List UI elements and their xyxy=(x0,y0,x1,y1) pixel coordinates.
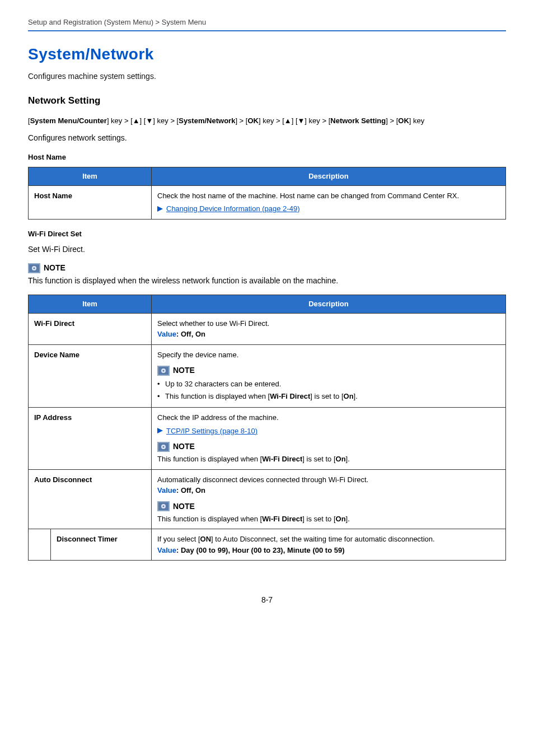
svg-point-3 xyxy=(34,267,35,269)
network-setting-desc: Configures network settings. xyxy=(28,132,506,144)
page-title: System/Network xyxy=(28,43,506,66)
disconnect-timer-desc-cell: If you select [ON] to Auto Disconnect, s… xyxy=(152,529,506,561)
note-label: NOTE xyxy=(44,262,65,274)
nav-path: [System Menu/Counter] key > [▲] [▼] key … xyxy=(28,115,506,127)
table-row: Wi-Fi Direct Select whether to use Wi-Fi… xyxy=(29,313,506,344)
note-header: NOTE xyxy=(28,262,506,274)
arrow-icon xyxy=(157,428,163,433)
disconnect-timer-item: Disconnect Timer xyxy=(51,529,152,561)
table-row: IP Address Check the IP address of the m… xyxy=(29,408,506,470)
col-item: Item xyxy=(29,295,152,314)
hostname-item: Host Name xyxy=(29,185,152,219)
wifi-direct-desc-cell: Select whether to use Wi-Fi Direct. Valu… xyxy=(152,313,506,344)
table-row: Device Name Specify the device name. xyxy=(29,344,506,408)
col-item: Item xyxy=(29,167,152,186)
col-desc: Description xyxy=(152,167,506,186)
note-icon xyxy=(28,263,40,273)
ip-address-item: IP Address xyxy=(29,408,152,470)
hostname-link[interactable]: Changing Device Information (page 2-49) xyxy=(166,203,299,214)
table-row: Disconnect Timer If you select [ON] to A… xyxy=(29,529,506,561)
ip-address-desc-cell: Check the IP address of the machine. TCP… xyxy=(152,408,506,470)
hostname-heading: Host Name xyxy=(28,152,506,163)
network-setting-heading: Network Setting xyxy=(28,94,506,108)
wifi-heading: Wi-Fi Direct Set xyxy=(28,228,506,240)
note-body: This function is displayed when the wire… xyxy=(28,275,506,287)
note-icon xyxy=(157,501,170,511)
table-row: Auto Disconnect Automatically disconnect… xyxy=(29,469,506,529)
intro-text: Configures machine system settings. xyxy=(28,71,506,82)
note-icon xyxy=(157,366,170,376)
page-number: 8-7 xyxy=(28,594,506,606)
arrow-icon xyxy=(157,206,163,212)
svg-point-11 xyxy=(163,446,165,447)
svg-point-7 xyxy=(163,370,165,371)
breadcrumb: Setup and Registration (System Menu) > S… xyxy=(28,17,506,31)
auto-disconnect-item: Auto Disconnect xyxy=(29,469,152,529)
col-desc: Description xyxy=(152,295,506,314)
auto-disconnect-desc-cell: Automatically disconnect devices connect… xyxy=(152,469,506,529)
svg-point-15 xyxy=(163,506,165,507)
wifi-desc: Set Wi-Fi Direct. xyxy=(28,244,506,255)
device-name-item: Device Name xyxy=(29,344,152,408)
hostname-desc-cell: Check the host name of the machine. Host… xyxy=(152,185,506,219)
note-icon xyxy=(157,442,170,452)
table-row: Host Name Check the host name of the mac… xyxy=(29,185,506,219)
device-name-desc-cell: Specify the device name. NOTE xyxy=(152,344,506,408)
hostname-table: Item Description Host Name Check the hos… xyxy=(28,167,506,220)
hostname-desc: Check the host name of the machine. Host… xyxy=(157,190,500,202)
wifi-table: Item Description Wi-Fi Direct Select whe… xyxy=(28,295,506,561)
wifi-direct-item: Wi-Fi Direct xyxy=(29,313,152,344)
tcpip-link[interactable]: TCP/IP Settings (page 8-10) xyxy=(166,426,257,437)
